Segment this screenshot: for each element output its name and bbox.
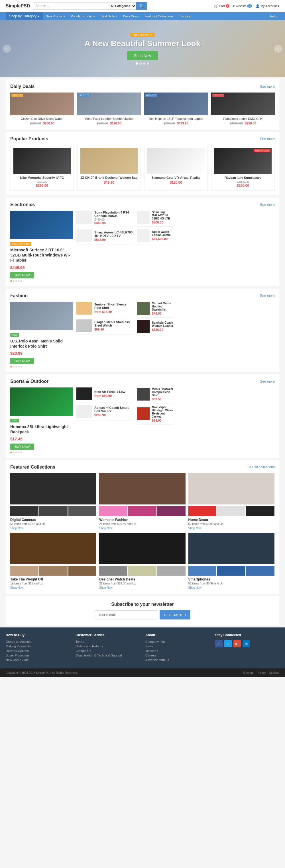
list-item: Adidas miCoach Smart Ball Soccer $260.90 — [76, 405, 133, 421]
product-name-2: Samsung Gear VR Virtual Reality — [147, 176, 205, 179]
sports-badge: NEW — [10, 419, 19, 423]
sports-buy-now-button[interactable]: BUY NOW — [10, 443, 34, 450]
footer-bottom-links: Sitemap Privacy Cookies — [243, 671, 279, 674]
list-item: 75% OFF Panasonic Lumix DMC-GH4 $1000.00… — [211, 93, 275, 125]
right-info-0: Men's HeatGear Compression Shirt $39.50 — [152, 388, 174, 401]
collection-shop-now-3[interactable]: Shop Now — [10, 586, 96, 589]
nav-daily-deals[interactable]: Daily Deals — [120, 12, 142, 20]
footer-link[interactable]: Organisation & Technical Support — [76, 654, 140, 657]
account-button[interactable]: 👤 My Account ▾ — [256, 4, 279, 8]
popular-products-see-more[interactable]: See more — [260, 137, 275, 141]
footer-link[interactable]: Create an Account — [6, 640, 70, 643]
fashion-buy-now-button[interactable]: BUY NOW — [10, 358, 34, 364]
electronics-see-more[interactable]: See more — [260, 203, 275, 207]
hero-dot-3[interactable] — [143, 62, 145, 65]
footer-link[interactable]: New User Guide — [6, 658, 70, 661]
hero-dot-2[interactable] — [139, 62, 142, 65]
shop-by-category-button[interactable]: Shop by Category ▾ — [6, 12, 43, 20]
newsletter-submit-button[interactable]: GET STARTED — [160, 610, 190, 619]
hero-shop-now-button[interactable]: Shop Now — [127, 51, 158, 60]
deals-grid: 77% OFF Citizen Eco-Drive Mens Watch $22… — [10, 93, 275, 125]
wishlist-button[interactable]: ♥ Wishlist 12 — [233, 4, 252, 8]
footer-link[interactable]: Making Payments — [6, 645, 70, 648]
side-image-1 — [76, 229, 92, 242]
footer-link[interactable]: Orders and Returns — [76, 645, 140, 648]
footer-bottom-link[interactable]: Sitemap — [243, 671, 254, 674]
twitter-icon[interactable]: t — [224, 640, 232, 647]
newsletter-email-input[interactable] — [95, 610, 157, 619]
fashion-main: NEW U.S. Polo Assn. Men's Solid Interloc… — [10, 302, 73, 368]
footer-link[interactable]: News — [145, 645, 209, 648]
product-name-3: Rayban Italy Sunglasses — [214, 176, 272, 179]
daily-deals-section: Daily Deals See more 77% OFF Citizen Eco… — [6, 80, 279, 129]
facebook-icon[interactable]: f — [215, 640, 223, 647]
search-bar: All Categories 🔍 — [33, 2, 147, 10]
footer-bottom: Copyright © 1998-2016 SimplePSD. All Rig… — [0, 669, 285, 677]
collection-name-4: Designer Watch Deals — [99, 577, 185, 581]
footer-col-about: About Company Info News Investors Career… — [145, 633, 209, 663]
footer-link[interactable]: Investors — [145, 649, 209, 652]
list-item: Apple Watch Edition 38mm $26,500.00 — [137, 229, 174, 244]
footer-link[interactable]: Terms — [76, 640, 140, 643]
nav-featured-collections[interactable]: Featured Collections — [142, 12, 176, 20]
search-button[interactable]: 🔍 — [136, 2, 147, 10]
sports-main-image — [10, 388, 73, 416]
collection-name-2: Home Decor — [189, 518, 275, 522]
deal-prices-3: $1000.00 $250.00 — [211, 122, 275, 125]
list-item: Skagen Men's Stainless Steel Watch $99.9… — [76, 319, 133, 335]
list-item: Sony Playstation 4 PS4 Console 500GB $48… — [76, 211, 133, 227]
hero-next-button[interactable]: › — [274, 45, 282, 53]
footer-link[interactable]: Contact Us — [76, 649, 140, 652]
deal-badge-3: 75% OFF — [212, 94, 224, 97]
nav-popular-products[interactable]: Popular Products — [68, 12, 98, 20]
linkedin-icon[interactable]: in — [243, 640, 250, 647]
cart-button[interactable]: 🛒 Cart 4 — [214, 4, 229, 8]
electronics-buy-now-button[interactable]: BUY NOW — [10, 272, 34, 278]
category-select[interactable]: All Categories — [108, 2, 136, 10]
footer-link[interactable]: Advertise with us — [145, 658, 209, 661]
collection-shop-now-1[interactable]: Shop Now — [99, 527, 185, 530]
collection-shop-now-4[interactable]: Shop Now — [99, 586, 185, 589]
nav-best-sellers[interactable]: Best Sellers — [98, 12, 120, 20]
search-input[interactable] — [33, 2, 108, 10]
footer-bottom-link[interactable]: Cookies — [269, 671, 279, 674]
product-name-1: JZ CHIEF Brand Designer Women Bag — [80, 176, 138, 179]
footer-link[interactable]: Careers — [145, 654, 209, 657]
mini-img — [128, 506, 156, 516]
mini-img — [10, 506, 38, 516]
newsletter-title: Subscribe to your newsletter — [11, 602, 274, 607]
collection-shop-now-5[interactable]: Shop Now — [189, 586, 275, 589]
hero-banner: ‹ FREE SHIPPING A New Beautiful Summer L… — [0, 20, 285, 77]
nav-new-products[interactable]: New Products — [43, 12, 68, 20]
collection-shop-now-2[interactable]: Shop Now — [189, 527, 275, 530]
footer-link[interactable]: Buyer Protection — [6, 654, 70, 657]
collection-sub-1: 28 items from $29.49 and Up — [99, 522, 185, 526]
fashion-right: Carhart Men's Hooded Sweatshirt $46.00 S… — [137, 302, 174, 368]
footer-link[interactable]: Delivery Options — [6, 649, 70, 652]
footer-link[interactable]: Company Info — [145, 640, 209, 643]
rating-dot — [16, 280, 17, 282]
hero-dot-1[interactable] — [136, 62, 138, 65]
daily-deals-see-more[interactable]: See more — [260, 85, 275, 89]
google-plus-icon[interactable]: g+ — [233, 640, 241, 647]
sports-right: Men's HeatGear Compression Shirt $39.50 … — [137, 388, 174, 453]
sports-section: Sports & Outdoor See more NEW Homdox 35L… — [6, 374, 279, 458]
hero-dot-4[interactable] — [147, 62, 149, 65]
footer: How to Buy Create an Account Making Paym… — [0, 627, 285, 669]
nav-help[interactable]: Help — [267, 12, 279, 20]
sports-see-more[interactable]: See more — [260, 379, 275, 383]
nav-trending[interactable]: Trending — [176, 12, 194, 20]
deal-badge-1: 50% OFF — [78, 94, 90, 97]
fashion-see-more[interactable]: See more — [260, 294, 275, 298]
hero-prev-button[interactable]: ‹ — [3, 45, 11, 53]
mini-img — [157, 566, 186, 576]
rating-dot — [18, 280, 20, 282]
collection-sub-5: 52 items from $6.99 and Up — [189, 582, 275, 585]
rating-dot — [13, 452, 15, 453]
cart-badge: 4 — [226, 4, 229, 8]
collection-shop-now-0[interactable]: Shop Now — [10, 527, 96, 530]
footer-bottom-link[interactable]: Privacy — [256, 671, 266, 674]
featured-collections-see-all[interactable]: See all collections — [247, 465, 275, 469]
list-item: Digital Cameras 54 items from $36.5 and … — [10, 473, 96, 530]
fashion-badge: NEW — [10, 333, 19, 337]
